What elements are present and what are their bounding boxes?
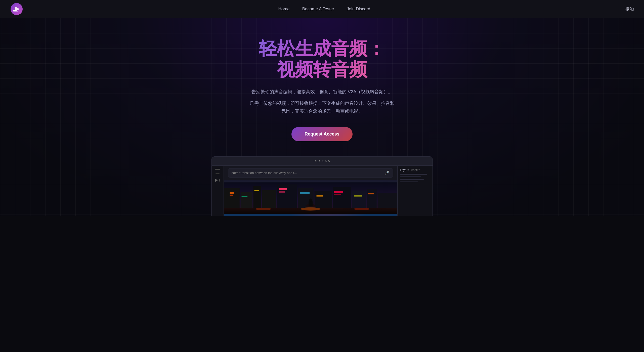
app-main-area: softer transition between the alleyway a… <box>224 166 397 216</box>
hero-title: 轻松生成音频： 视频转音频 <box>249 38 395 80</box>
logo-area <box>10 3 23 16</box>
nav-become-tester-link[interactable]: Become A Tester <box>302 7 334 11</box>
svg-rect-12 <box>254 190 259 191</box>
svg-rect-9 <box>230 192 234 194</box>
navbar: Home Become A Tester Join Discord 接触 <box>0 0 644 18</box>
nav-links: Home Become A Tester Join Discord <box>278 7 370 12</box>
sidebar-play-icon <box>215 179 220 182</box>
city-silhouette-svg <box>224 180 397 216</box>
nav-home-link[interactable]: Home <box>278 7 289 11</box>
app-titlebar-text: RESONA <box>314 159 330 163</box>
sidebar-menu-icon <box>215 169 220 170</box>
app-right-panel: Layers Assets <box>397 166 433 216</box>
layer-item-3 <box>400 179 424 180</box>
app-body: softer transition between the alleyway a… <box>212 166 433 216</box>
video-placeholder <box>224 180 397 216</box>
app-window: RESONA softer transition between <box>211 156 433 216</box>
layer-item-2 <box>400 176 421 177</box>
svg-rect-10 <box>230 195 233 196</box>
brand-logo-icon <box>10 3 23 16</box>
svg-rect-11 <box>241 196 247 198</box>
svg-rect-24 <box>334 191 343 193</box>
navbar-right: 接触 <box>625 6 634 12</box>
app-preview-wrapper: RESONA softer transition between <box>211 156 433 216</box>
svg-rect-27 <box>368 193 374 195</box>
search-placeholder-text: softer transition between the alleyway a… <box>232 171 297 175</box>
panel-tab-assets[interactable]: Assets <box>411 168 420 172</box>
hero-subtitle-1: 告别繁琐的声音编辑，迎接高效、创意、智能的 V2A（视频转音频）。 <box>249 88 395 96</box>
svg-rect-16 <box>279 188 287 190</box>
search-input-mock[interactable]: softer transition between the alleyway a… <box>228 168 393 178</box>
svg-rect-19 <box>316 195 323 197</box>
sidebar-submenu-icon <box>216 173 220 174</box>
panel-content <box>400 174 430 182</box>
svg-rect-26 <box>354 195 362 197</box>
app-search-bar: softer transition between the alleyway a… <box>224 166 397 180</box>
hero-subtitle-2: 只需上传您的视频，即可接收根据上下文生成的声音设计、效果、拟音和氛围，完美适合您… <box>249 100 395 115</box>
city-video-frame <box>224 180 397 216</box>
svg-point-29 <box>255 208 271 210</box>
app-titlebar: RESONA <box>212 157 433 166</box>
nav-join-discord-link[interactable]: Join Discord <box>347 7 370 11</box>
svg-point-34 <box>309 199 312 202</box>
hero-content: 轻松生成音频： 视频转音频 告别繁琐的声音编辑，迎接高效、创意、智能的 V2A（… <box>249 38 395 141</box>
request-access-button[interactable]: Request Access <box>291 127 352 141</box>
panel-tab-layers[interactable]: Layers <box>400 168 409 172</box>
app-sidebar <box>212 166 224 216</box>
svg-rect-25 <box>334 194 341 195</box>
svg-rect-33 <box>309 201 313 206</box>
contact-link[interactable]: 接触 <box>625 7 634 11</box>
layer-item-1 <box>400 174 427 175</box>
svg-rect-18 <box>299 192 309 194</box>
svg-point-30 <box>300 207 320 211</box>
panel-tabs: Layers Assets <box>400 168 430 172</box>
microphone-icon: 🎤 <box>384 170 390 175</box>
svg-rect-17 <box>279 191 285 193</box>
svg-point-31 <box>354 208 370 210</box>
hero-section: 轻松生成音频： 视频转音频 告别繁琐的声音编辑，迎接高效、创意、智能的 V2A（… <box>0 18 644 216</box>
layer-item-4 <box>400 181 418 182</box>
